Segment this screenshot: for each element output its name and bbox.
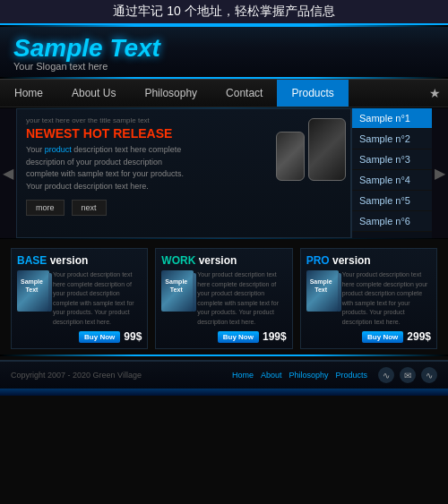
nav-contact[interactable]: Contact (211, 80, 277, 107)
sub-menu-item-2[interactable]: Sample n°2 (352, 129, 432, 149)
left-arrow[interactable]: ◀ (0, 108, 16, 238)
top-banner-text: 通过牢记 10 个地址，轻松掌握产品信息 (113, 4, 334, 18)
sub-menu-item-4[interactable]: Sample n°4 (352, 170, 432, 191)
footer-icons: ∿ ✉ ∿ (378, 367, 437, 383)
nav-star-icon[interactable]: ★ (429, 86, 441, 100)
nav-bar: Home About Us Philosophy Contact Product… (0, 79, 448, 107)
footer-link-home[interactable]: Home (232, 371, 254, 380)
product-pro-box-label: SampleText (310, 278, 332, 294)
product-base-version-label: BASE (17, 254, 47, 267)
hero-product-word: product (45, 145, 72, 154)
nav-home[interactable]: Home (0, 80, 57, 107)
bottom-deco (0, 389, 448, 396)
product-work-buy-button[interactable]: Buy Now (218, 331, 259, 343)
logo-slogan: Your Slogan text here (13, 61, 435, 72)
product-pro-buy-button[interactable]: Buy Now (362, 331, 403, 343)
product-work-box: SampleText (161, 270, 194, 312)
product-base-title: BASE version (17, 254, 142, 267)
product-base-body: SampleText Your product description text… (17, 270, 142, 327)
product-pro-version-suffix: version (330, 254, 371, 267)
product-pro-box: SampleText (306, 270, 339, 312)
nav-products[interactable]: Products (277, 80, 348, 107)
footer-copyright: Copyright 2007 - 2020 Green Village (11, 371, 214, 380)
product-base: BASE version SampleText Your product des… (11, 248, 148, 349)
phone-small-image (276, 132, 305, 181)
main-content: ◀ your text here over the title sample t… (0, 108, 448, 238)
footer-link-products[interactable]: Products (335, 371, 367, 380)
product-base-buy-button[interactable]: Buy Now (79, 331, 120, 343)
product-base-price: 99$ (124, 330, 142, 343)
product-work: WORK version SampleText Your product des… (155, 248, 292, 349)
hero-buttons: more next (26, 200, 341, 216)
footer: Copyright 2007 - 2020 Green Village Home… (0, 360, 448, 389)
product-work-title: WORK version (161, 254, 286, 267)
product-work-desc: Your product description text here compl… (197, 270, 286, 327)
products-section: BASE version SampleText Your product des… (0, 239, 448, 355)
feed-icon[interactable]: ∿ (421, 367, 437, 383)
product-work-body: SampleText Your product description text… (161, 270, 286, 327)
logo-area: Sample Text Your Slogan text here (0, 27, 448, 77)
product-pro-price: 299$ (407, 330, 431, 343)
top-banner: 通过牢记 10 个地址，轻松掌握产品信息 (0, 0, 448, 25)
product-pro-title: PRO version (306, 254, 431, 267)
footer-link-about[interactable]: About (261, 371, 282, 380)
product-work-version-suffix: version (195, 254, 237, 267)
right-arrow[interactable]: ▶ (432, 108, 448, 238)
product-pro-version-label: PRO (306, 254, 330, 267)
product-work-price: 199$ (263, 330, 287, 343)
product-base-desc: Your product description text here compl… (53, 270, 142, 327)
sub-menu: Sample n°1 Sample n°2 Sample n°3 Sample … (351, 108, 432, 238)
hero-section: your text here over the title sample tex… (16, 108, 351, 238)
product-work-footer: Buy Now 199$ (161, 330, 286, 343)
product-pro: PRO version SampleText Your product desc… (300, 248, 437, 349)
product-work-version-label: WORK (161, 254, 195, 267)
mail-icon[interactable]: ✉ (400, 367, 416, 383)
product-base-box: SampleText (17, 270, 49, 312)
nav-philosophy[interactable]: Philosophy (130, 80, 211, 107)
product-pro-desc: Your product description text here compl… (342, 270, 431, 327)
product-pro-body: SampleText Your product description text… (306, 270, 431, 327)
hero-more-button[interactable]: more (26, 200, 65, 216)
hero-text: Your product description text here compl… (26, 144, 187, 192)
deco-line-footer (0, 355, 448, 356)
sub-menu-item-1[interactable]: Sample n°1 (352, 108, 432, 129)
hero-phones (276, 118, 346, 181)
footer-link-philosophy[interactable]: Philosophy (289, 371, 328, 380)
phone-large-image (308, 118, 346, 181)
hero-next-button[interactable]: next (72, 200, 107, 216)
nav-about[interactable]: About Us (57, 80, 130, 107)
sub-menu-item-3[interactable]: Sample n°3 (352, 149, 432, 170)
product-base-version-suffix: version (47, 254, 88, 267)
product-work-box-label: SampleText (165, 278, 187, 294)
product-base-box-label: SampleText (21, 278, 43, 294)
rss-icon[interactable]: ∿ (378, 367, 394, 383)
footer-links: Home About Philosophy Products (232, 371, 367, 380)
product-base-footer: Buy Now 99$ (17, 330, 142, 343)
logo-title: Sample Text (13, 34, 435, 63)
product-pro-footer: Buy Now 299$ (306, 330, 431, 343)
sub-menu-item-5[interactable]: Sample n°5 (352, 191, 432, 211)
sub-menu-item-6[interactable]: Sample n°6 (352, 211, 432, 232)
